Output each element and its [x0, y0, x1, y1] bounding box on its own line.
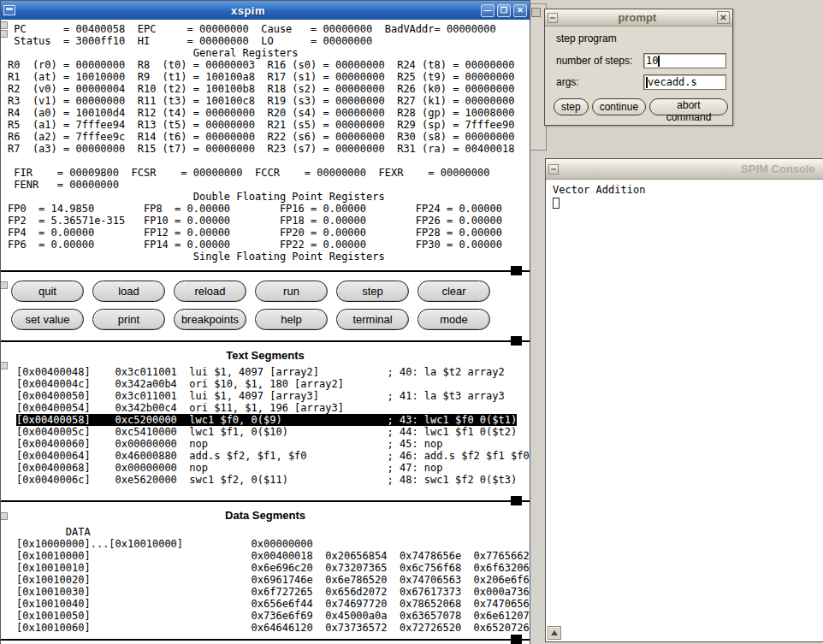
text-segments-header: Text Segments [1, 346, 530, 364]
text-segments-display: [0x00400048] 0x3c011001 lui $1, 4097 [ar… [1, 364, 530, 496]
pane-resize-grip[interactable] [511, 336, 522, 346]
text-segment-line: [0x00400060] 0x00000000 nop ; 45: nop [16, 438, 530, 450]
minimize-icon[interactable]: — [481, 4, 494, 17]
window-menu-icon [531, 8, 541, 17]
args-input[interactable]: vecadd.s [643, 74, 726, 90]
window-menu-icon[interactable] [3, 5, 15, 15]
console-line: Vector Addition [553, 184, 823, 197]
xspim-titlebar[interactable]: xspim — ❐ ✕ [1, 1, 530, 20]
step-button[interactable]: step [554, 98, 589, 115]
console-titlebar[interactable]: SPIM Console [546, 159, 823, 180]
pane-resize-grip[interactable] [1, 362, 8, 369]
control-panel: quitloadreloadrunstepclear set valueprin… [1, 276, 530, 336]
data-segments-display: DATA [0x10000000]...[0x10010000] 0x00000… [1, 524, 530, 635]
window-title: prompt [560, 11, 714, 24]
prompt-buttons: step continue abort command [554, 98, 728, 115]
close-icon[interactable]: ✕ [717, 11, 730, 24]
pane-resize-grip[interactable] [511, 635, 522, 644]
text-segment-line: [0x0040006c] 0xe5620000 swc1 $f2, 0($11)… [16, 474, 530, 486]
button-quit[interactable]: quit [11, 281, 84, 302]
pane-resize-grip[interactable] [1, 30, 8, 38]
registers-display: PC = 00400058 EPC = 00000000 Cause = 000… [1, 20, 530, 266]
pane-resize-grip[interactable] [1, 281, 8, 289]
text-segment-line: [0x00400068] 0x00000000 nop ; 47: nop [16, 462, 530, 474]
prompt-titlebar[interactable]: prompt ✕ [545, 9, 732, 27]
spim-console-window: SPIM Console Vector Addition [545, 158, 823, 642]
button-terminal[interactable]: terminal [336, 309, 409, 330]
console-output: Vector Addition [546, 180, 823, 641]
window-menu-icon[interactable] [548, 164, 559, 174]
window-title: xspim [19, 4, 477, 17]
text-cursor [553, 198, 560, 209]
args-label: args: [556, 76, 579, 88]
button-print[interactable]: print [92, 309, 165, 330]
continue-button[interactable]: continue [592, 98, 646, 115]
button-breakpoints[interactable]: breakpoints [174, 309, 246, 330]
window-title: SPIM Console [561, 162, 823, 175]
text-segment-line: [0x0040004c] 0x342a00b4 ori $10, $1, 180… [16, 378, 530, 390]
pane-resize-grip[interactable] [511, 496, 522, 505]
text-segment-line: [0x0040005c] 0xc5410000 lwc1 $f1, 0($10)… [16, 426, 530, 438]
text-segment-line: [0x00400054] 0x342b00c4 ori $11, $1, 196… [16, 402, 530, 414]
number-of-steps-input[interactable]: 10 [643, 53, 726, 68]
button-load[interactable]: load [92, 281, 165, 302]
control-button-row-1: quitloadreloadrunstepclear [11, 281, 530, 302]
input-value: 10 [646, 55, 658, 67]
pane-resize-grip[interactable] [1, 512, 8, 520]
pane-resize-grip[interactable] [511, 266, 522, 275]
close-icon[interactable]: ✕ [513, 4, 527, 17]
text-segment-line-current: [0x00400058] 0xc5200000 lwc1 $f0, 0($9) … [16, 414, 517, 426]
abort-command-button[interactable]: abort command [649, 98, 728, 115]
button-mode[interactable]: mode [417, 309, 490, 330]
button-step[interactable]: step [336, 281, 409, 302]
data-segments-header: Data Segments [1, 506, 530, 524]
pane-separator [1, 635, 530, 644]
button-help[interactable]: help [255, 309, 328, 330]
titlebar-buttons: — ❐ ✕ [481, 4, 527, 17]
text-segment-line: [0x00400064] 0x46000880 add.s $f2, $f1, … [16, 450, 530, 462]
prompt-window: prompt ✕ step program number of steps: 1… [544, 9, 733, 126]
button-run[interactable]: run [255, 281, 328, 302]
pane-separator [1, 336, 530, 346]
button-reload[interactable]: reload [174, 281, 246, 302]
prompt-body: step program number of steps: 10 args: v… [545, 27, 732, 115]
pane-separator [1, 496, 530, 506]
prompt-message: step program [556, 32, 728, 44]
text-segment-line: [0x00400048] 0x3c011001 lui $1, 4097 [ar… [16, 366, 530, 378]
button-clear[interactable]: clear [417, 281, 490, 302]
arrow-up-icon [551, 630, 558, 635]
input-value: vecadd.s [648, 76, 697, 88]
button-set-value[interactable]: set value [11, 309, 84, 330]
text-segment-line: [0x00400050] 0x3c011001 lui $1, 4097 [ar… [16, 390, 530, 402]
xspim-window: xspim — ❐ ✕ PC = 00400058 EPC = 00000000… [0, 0, 530, 644]
number-of-steps-label: number of steps: [556, 55, 632, 67]
pane-separator [1, 266, 530, 276]
scrollbar-arrow-button[interactable] [548, 626, 561, 640]
text-caret [658, 56, 660, 67]
desktop: xspim — ❐ ✕ PC = 00400058 EPC = 00000000… [0, 0, 823, 644]
maximize-icon[interactable]: ❐ [497, 4, 511, 17]
pane-resize-grip[interactable] [1, 21, 8, 29]
control-button-row-2: set valueprintbreakpointshelpterminalmod… [11, 309, 530, 330]
window-menu-icon[interactable] [548, 13, 558, 23]
